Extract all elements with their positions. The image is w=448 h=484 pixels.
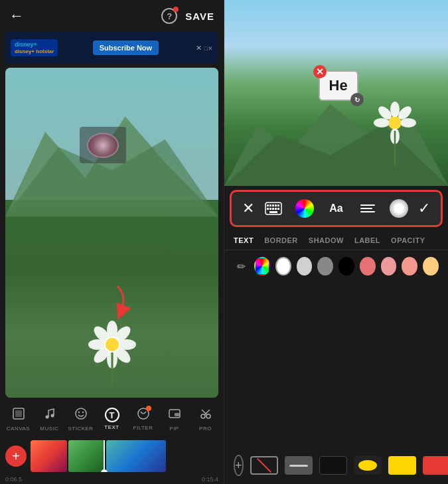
- rainbow-swatch[interactable]: [254, 257, 270, 276]
- text-icon: T: [105, 408, 119, 422]
- music-icon: [43, 407, 56, 424]
- sticker-label: STICKER: [68, 426, 93, 432]
- timeline-strip: +: [0, 438, 224, 475]
- filter-icon-wrap: [137, 407, 150, 423]
- align-button[interactable]: [356, 197, 380, 220]
- svg-rect-49: [277, 208, 279, 210]
- svg-rect-44: [277, 204, 279, 206]
- red-rect-icon: [423, 456, 448, 475]
- red-rect-shape[interactable]: [423, 455, 448, 476]
- filter-tool[interactable]: FILTER: [130, 407, 157, 431]
- tab-text[interactable]: TEXT: [234, 236, 254, 244]
- color-palette: ✏: [224, 250, 448, 282]
- confirm-button[interactable]: ✓: [418, 200, 430, 217]
- keyboard-button[interactable]: [261, 197, 285, 220]
- filter-label: FILTER: [133, 425, 153, 431]
- salmon-swatch[interactable]: [402, 257, 417, 276]
- text-sticker[interactable]: ✕ He ↻: [319, 70, 358, 101]
- close-icon: ✕: [196, 44, 202, 52]
- ad-banner[interactable]: disney+ disney+ hotstar Subscribe Now ✕ …: [5, 32, 218, 64]
- close-button[interactable]: ✕: [242, 200, 254, 217]
- color-wheel-icon: [295, 199, 314, 218]
- hotstar-text: disney+ hotstar: [15, 48, 54, 55]
- black-swatch[interactable]: [338, 257, 354, 276]
- text-style-tabs: TEXT BORDER SHADOW LABEL OPACITY: [224, 231, 448, 250]
- canvas-icon: [12, 407, 25, 424]
- svg-point-20: [82, 411, 83, 412]
- add-shape-button[interactable]: +: [234, 455, 244, 476]
- tab-border[interactable]: BORDER: [264, 236, 298, 244]
- svg-rect-23: [175, 413, 179, 416]
- oval-yellow-icon: [354, 456, 382, 475]
- peach-swatch[interactable]: [423, 257, 439, 276]
- pro-tool[interactable]: PRO: [192, 407, 219, 432]
- sticker-overlay[interactable]: [80, 127, 126, 163]
- dash-line: [289, 465, 308, 467]
- add-clip-button[interactable]: +: [5, 445, 27, 467]
- canvas-tool[interactable]: CANVAS: [5, 407, 32, 432]
- svg-rect-42: [272, 204, 274, 206]
- mid-gray-swatch[interactable]: [317, 257, 333, 276]
- canvas-label: CANVAS: [7, 426, 30, 432]
- sticker-tool[interactable]: STICKER: [68, 407, 94, 432]
- tab-label[interactable]: LABEL: [354, 236, 380, 244]
- text-label: TEXT: [104, 424, 119, 430]
- subscribe-button[interactable]: Subscribe Now: [93, 40, 159, 55]
- scissors-icon: [199, 407, 212, 424]
- pencil-icon: ✏: [237, 260, 246, 273]
- text-sticker-content: He: [329, 77, 348, 94]
- svg-rect-45: [267, 208, 269, 210]
- pip-tool[interactable]: PIP: [161, 407, 188, 432]
- svg-point-17: [50, 414, 54, 417]
- align-line-2: [360, 208, 372, 209]
- help-icon-wrap: ?: [161, 8, 177, 24]
- svg-rect-43: [275, 204, 277, 206]
- svg-point-19: [78, 411, 79, 412]
- text-sticker-delete-button[interactable]: ✕: [313, 65, 327, 78]
- align-line-1: [360, 204, 375, 206]
- clip-strip: [31, 440, 218, 472]
- coral-swatch[interactable]: [381, 257, 397, 276]
- no-fill-icon: [250, 456, 278, 475]
- video-preview: [5, 68, 218, 398]
- ad-close-button[interactable]: ✕ □✕: [196, 44, 213, 52]
- filter-dot: [146, 406, 151, 411]
- palette-edit-button[interactable]: ✏: [234, 257, 249, 276]
- white-swatch[interactable]: [275, 257, 291, 276]
- text-sticker-rotate-handle[interactable]: ↻: [350, 93, 364, 106]
- svg-rect-48: [275, 208, 277, 210]
- svg-point-31: [390, 102, 400, 118]
- left-header: ← ? SAVE: [0, 0, 224, 32]
- clip-thumb-2[interactable]: [68, 440, 105, 472]
- music-tool[interactable]: MUSIC: [37, 407, 63, 432]
- sticker-icon: [74, 407, 88, 424]
- back-button[interactable]: ←: [9, 7, 24, 25]
- style-button[interactable]: [387, 197, 411, 220]
- color-wheel-button[interactable]: [293, 197, 317, 220]
- tab-opacity[interactable]: OPACITY: [391, 236, 425, 244]
- dash-icon: [285, 456, 313, 475]
- light-gray-swatch[interactable]: [297, 257, 313, 276]
- dash-shape[interactable]: [285, 455, 313, 476]
- no-fill-shape[interactable]: [250, 455, 278, 476]
- text-tool[interactable]: T TEXT: [99, 408, 125, 430]
- black-rect-shape[interactable]: [319, 455, 347, 476]
- oval-yellow-shape[interactable]: [354, 455, 382, 476]
- bottom-toolbar: CANVAS MUSIC: [0, 398, 224, 438]
- right-panel: ✕ He ↻ ✕: [224, 0, 448, 484]
- bottom-shapes-row: +: [224, 447, 448, 484]
- timeline-area: CANVAS MUSIC: [0, 398, 224, 484]
- video-background: [5, 68, 218, 398]
- yellow-rect-icon: [388, 456, 416, 475]
- yellow-rect-shape[interactable]: [388, 455, 416, 476]
- svg-point-18: [76, 408, 86, 419]
- time-start: 0:06.5: [5, 476, 22, 483]
- save-button[interactable]: SAVE: [185, 11, 214, 22]
- clip-thumb-3[interactable]: [106, 440, 166, 472]
- svg-rect-40: [267, 204, 269, 206]
- content-spacer: [224, 282, 448, 447]
- tab-shadow[interactable]: SHADOW: [309, 236, 344, 244]
- font-button[interactable]: Aa: [324, 197, 348, 220]
- clip-thumb-1[interactable]: [31, 440, 67, 472]
- red-swatch[interactable]: [360, 257, 376, 276]
